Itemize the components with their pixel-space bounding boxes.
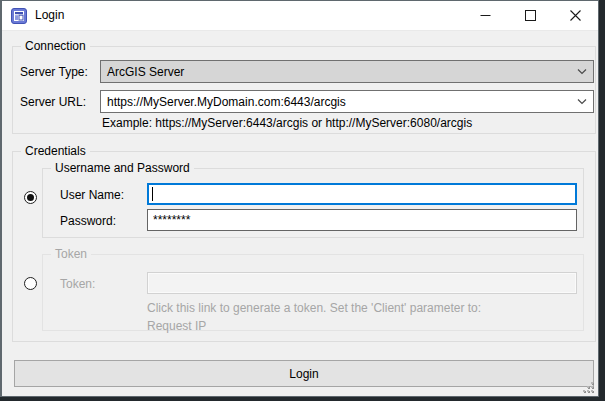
text-cursor bbox=[152, 187, 153, 201]
connection-group-label: Connection bbox=[21, 39, 90, 54]
titlebar[interactable]: Login bbox=[2, 1, 598, 31]
login-button[interactable]: Login bbox=[14, 360, 594, 387]
token-client-value: Request IP bbox=[147, 319, 206, 333]
username-password-group-label: Username and Password bbox=[51, 161, 194, 176]
maximize-icon bbox=[525, 10, 536, 21]
server-url-example-text: Example: https://MyServer:6443/arcgis or… bbox=[102, 116, 472, 130]
server-type-dropdown[interactable]: ArcGIS Server bbox=[100, 60, 594, 83]
credentials-group-label: Credentials bbox=[21, 144, 90, 159]
minimize-icon bbox=[480, 10, 491, 21]
chevron-down-icon bbox=[571, 99, 593, 105]
window-title: Login bbox=[35, 1, 64, 30]
screen: Login Connection Server Type: ArcGIS Ser… bbox=[0, 0, 605, 401]
server-url-value: https://MyServer.MyDomain.com:6443/arcgi… bbox=[101, 95, 571, 109]
resize-grip-icon[interactable] bbox=[583, 382, 595, 394]
chevron-down-icon bbox=[571, 69, 593, 75]
token-input[interactable] bbox=[147, 272, 577, 294]
app-form-icon bbox=[11, 8, 27, 24]
server-type-value: ArcGIS Server bbox=[101, 65, 571, 79]
close-button[interactable] bbox=[553, 1, 598, 30]
login-dialog: Login Connection Server Type: ArcGIS Ser… bbox=[0, 0, 599, 397]
server-type-label: Server Type: bbox=[20, 65, 88, 79]
password-label: Password: bbox=[60, 214, 116, 228]
password-input[interactable] bbox=[147, 209, 577, 231]
username-input[interactable] bbox=[147, 183, 577, 205]
maximize-button[interactable] bbox=[508, 1, 553, 30]
caption-buttons bbox=[463, 1, 598, 30]
token-radio[interactable] bbox=[24, 277, 37, 290]
token-group-label: Token bbox=[51, 247, 91, 262]
username-label: User Name: bbox=[60, 188, 124, 202]
minimize-button[interactable] bbox=[463, 1, 508, 30]
username-password-radio[interactable] bbox=[24, 191, 37, 204]
token-help-text: Click this link to generate a token. Set… bbox=[147, 301, 481, 315]
close-icon bbox=[570, 10, 581, 21]
server-url-combobox[interactable]: https://MyServer.MyDomain.com:6443/arcgi… bbox=[100, 90, 594, 113]
token-label: Token: bbox=[60, 277, 95, 291]
server-url-label: Server URL: bbox=[20, 95, 86, 109]
